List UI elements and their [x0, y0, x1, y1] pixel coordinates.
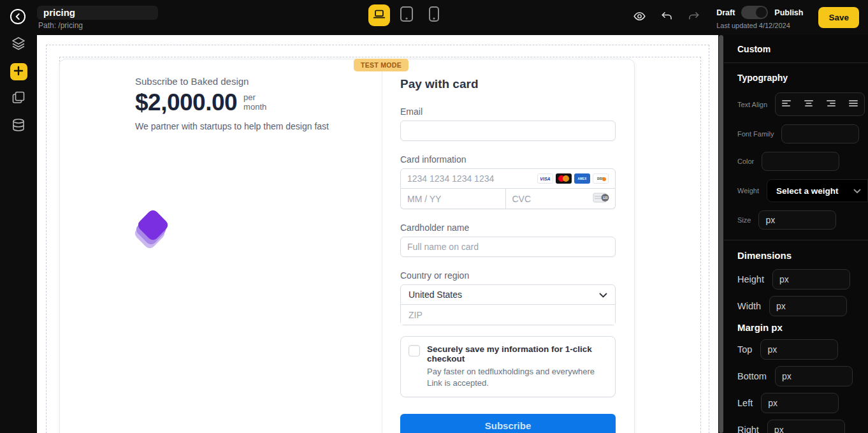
size-label: Size: [737, 216, 751, 224]
draft-label: Draft: [716, 8, 735, 17]
weight-label: Weight: [737, 187, 759, 194]
undo-icon: [660, 10, 673, 26]
align-right-icon: [825, 98, 837, 111]
margin-right-input[interactable]: [767, 420, 845, 433]
size-input[interactable]: [758, 210, 836, 230]
eye-icon: [633, 10, 646, 26]
top-bar: pricing Path: /pricing: [0, 0, 868, 35]
left-sidebar: [0, 35, 37, 433]
checkout-preview-card[interactable]: Subscribe to Baked design $2,000.00 per …: [59, 59, 635, 433]
visa-icon: VISA: [537, 173, 553, 184]
align-left-icon: [781, 98, 792, 111]
preview-button[interactable]: [632, 11, 646, 25]
align-justify-button[interactable]: [844, 95, 863, 114]
align-right-button[interactable]: [821, 95, 841, 114]
font-family-label: Font Family: [737, 130, 774, 138]
pay-form: Pay with card Email Card information VIS…: [382, 59, 634, 433]
product-description: We partner with startups to help them de…: [135, 121, 358, 131]
width-input[interactable]: [769, 296, 847, 316]
save-info-checkbox[interactable]: [409, 345, 420, 356]
layers-icon: [11, 36, 26, 54]
margin-right-label: Right: [737, 425, 759, 433]
typography-section-title: Typography: [737, 73, 868, 83]
margin-section-title: Margin px: [737, 322, 868, 333]
page-title-input[interactable]: pricing: [37, 6, 158, 20]
margin-top-input[interactable]: [760, 339, 838, 360]
database-icon: [11, 117, 26, 135]
color-input[interactable]: [762, 152, 839, 171]
weight-selected-value: Select a weight: [776, 186, 853, 196]
text-align-group: [775, 92, 865, 116]
save-info-subtext: Pay faster on tedfluxholdings and everyw…: [427, 366, 607, 388]
sidebar-item-add-element[interactable]: [10, 63, 27, 80]
desktop-view-button[interactable]: [368, 4, 390, 26]
color-label: Color: [737, 158, 754, 165]
country-select[interactable]: United States: [400, 284, 616, 305]
svg-text:123: 123: [603, 196, 608, 199]
product-image-purple-cube: [138, 212, 170, 247]
cardholder-label: Cardholder name: [400, 223, 616, 233]
text-align-label: Text Align: [737, 101, 767, 108]
mastercard-icon: [556, 173, 572, 184]
align-center-button[interactable]: [799, 95, 818, 114]
panel-header: Custom: [737, 35, 868, 54]
email-field[interactable]: [400, 121, 616, 141]
mobile-view-button[interactable]: [423, 4, 445, 26]
draft-publish-toggle[interactable]: [741, 6, 768, 19]
back-button[interactable]: [8, 8, 27, 27]
cvc-card-icon: 123: [593, 192, 610, 206]
panel-divider: [724, 240, 868, 240]
font-family-input[interactable]: [781, 124, 859, 143]
discover-icon: DISC: [593, 173, 609, 184]
sidebar-item-database[interactable]: [10, 117, 27, 135]
price-amount: $2,000.00: [135, 89, 237, 116]
cardholder-name-field[interactable]: [400, 237, 616, 257]
redo-icon: [688, 10, 700, 26]
pay-heading: Pay with card: [400, 77, 616, 91]
tablet-icon: [400, 6, 414, 25]
device-preview-switcher: [368, 4, 445, 26]
price-interval: per month: [243, 93, 266, 112]
margin-left-input[interactable]: [761, 393, 839, 413]
canvas-scrollbar-track: [718, 35, 724, 433]
width-label: Width: [737, 301, 761, 311]
weight-select[interactable]: Select a weight: [767, 179, 868, 202]
card-cvc-field[interactable]: [506, 189, 593, 209]
margin-bottom-input[interactable]: [775, 366, 853, 386]
phone-icon: [428, 6, 440, 25]
chevron-down-icon: [599, 289, 607, 300]
card-brand-icons: VISA AMEX DISC: [537, 173, 609, 184]
product-pane: Subscribe to Baked design $2,000.00 per …: [60, 59, 382, 433]
dimensions-section-title: Dimensions: [737, 250, 868, 261]
toggle-knob: [756, 7, 767, 18]
card-number-field[interactable]: [407, 173, 537, 184]
tablet-view-button[interactable]: [396, 4, 417, 26]
page-title: pricing: [43, 7, 75, 18]
sidebar-item-layers[interactable]: [10, 36, 27, 54]
align-center-icon: [803, 98, 814, 111]
height-input[interactable]: [772, 269, 850, 290]
zip-field[interactable]: [401, 305, 615, 325]
subscribe-button[interactable]: Subscribe: [400, 414, 616, 433]
product-name: Subscribe to Baked design: [135, 76, 358, 87]
undo-button[interactable]: [660, 11, 674, 25]
back-arrow-circle-icon: [9, 8, 27, 28]
last-updated-text: Last updated 4/12/2024: [716, 22, 803, 29]
editor-canvas[interactable]: TEST MODE Subscribe to Baked design $2,0…: [37, 35, 718, 433]
sidebar-item-pages[interactable]: [10, 90, 27, 108]
country-label: Country or region: [400, 270, 616, 281]
margin-bottom-label: Bottom: [737, 371, 767, 381]
card-expiry-field[interactable]: [401, 189, 505, 209]
save-button[interactable]: Save: [818, 7, 859, 28]
laptop-icon: [372, 7, 386, 24]
redo-button[interactable]: [687, 11, 701, 25]
publish-label: Publish: [774, 8, 803, 17]
align-left-button[interactable]: [777, 95, 796, 114]
email-label: Email: [400, 106, 616, 117]
canvas-scrollbar-thumb[interactable]: [719, 35, 723, 433]
country-selected-value: United States: [409, 290, 599, 300]
panel-divider: [724, 62, 868, 63]
margin-top-label: Top: [737, 344, 752, 355]
amex-icon: AMEX: [574, 173, 590, 184]
save-info-title: Securely save my information for 1-click…: [427, 344, 607, 363]
